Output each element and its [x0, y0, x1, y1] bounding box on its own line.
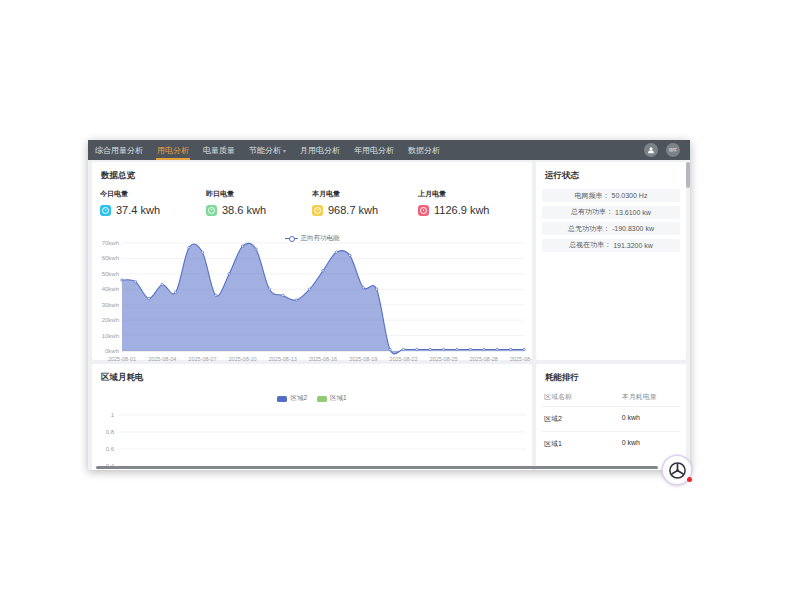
stat-value: 968.7 kwh — [328, 204, 378, 216]
logo-badge-label: 物联 — [669, 148, 677, 152]
region-chart-svg: 10.80.60.40.20 — [92, 408, 532, 470]
ranking-title: 耗能排行 — [545, 372, 579, 384]
status-row: 总有功功率：13.6100 kw — [542, 206, 680, 219]
status-label: 总有功功率： — [571, 207, 613, 217]
ranking-row: 区域20 kwh — [542, 406, 680, 431]
stat-value: 37.4 kwh — [116, 204, 160, 216]
svg-text:2025-08-04: 2025-08-04 — [148, 356, 176, 362]
user-icon — [647, 146, 655, 154]
chevron-down-icon: ▾ — [283, 147, 286, 154]
region-legend-item[interactable]: 区域1 — [317, 394, 347, 403]
running-status-card: 运行状态 电网频率：50.0300 Hz总有功功率：13.6100 kw总无功功… — [536, 162, 686, 360]
region-month-card: 区域月耗电 区域2区域1 10.80.60.40.20 — [92, 364, 532, 470]
ranking-col-name: 区域名称 — [544, 392, 622, 402]
notification-dot — [687, 477, 692, 482]
stat-value-row: 1126.9 kwh — [418, 204, 489, 216]
svg-text:2025-08-28: 2025-08-28 — [470, 356, 498, 362]
stat-label: 上月电量 — [418, 189, 489, 199]
svg-text:2025-08-22: 2025-08-22 — [389, 356, 417, 362]
status-value: 191.3200 kw — [613, 242, 653, 249]
nav-tab[interactable]: 电量质量 — [196, 140, 242, 160]
vertical-scrollbar-thumb[interactable] — [686, 162, 690, 188]
nav-tab-label: 年用电分析 — [354, 145, 394, 156]
meter-ring — [208, 207, 215, 214]
svg-text:70kwh: 70kwh — [102, 240, 119, 246]
svg-text:2025-08-16: 2025-08-16 — [309, 356, 337, 362]
status-label: 总无功功率： — [568, 224, 610, 234]
nav-tab-label: 用电分析 — [157, 145, 189, 156]
stat-card: 上月电量1126.9 kwh — [418, 189, 489, 216]
nav-tab[interactable]: 年用电分析 — [347, 140, 401, 160]
nav-tab-label: 数据分析 — [408, 145, 440, 156]
data-overview-card: 数据总览 今日电量37.4 kwh昨日电量38.6 kwh本月电量968.7 k… — [92, 162, 532, 360]
svg-text:2025-08-01: 2025-08-01 — [108, 356, 136, 362]
stat-label: 本月电量 — [312, 189, 418, 199]
svg-text:40kwh: 40kwh — [102, 286, 119, 292]
stat-value-row: 968.7 kwh — [312, 204, 418, 216]
running-status-title: 运行状态 — [545, 170, 579, 182]
svg-text:2025-08-07: 2025-08-07 — [188, 356, 216, 362]
status-label: 总视在功率： — [569, 240, 611, 250]
meter-ring — [314, 207, 321, 214]
meter-ring — [420, 207, 427, 214]
ranking-row-name: 区域2 — [544, 414, 622, 424]
assistant-float-button[interactable] — [663, 456, 691, 484]
svg-text:2025-08-25: 2025-08-25 — [430, 356, 458, 362]
meter-icon — [312, 205, 323, 216]
stat-label: 今日电量 — [100, 189, 206, 199]
nav-tab[interactable]: 节能分析▾ — [242, 140, 293, 160]
svg-text:60kwh: 60kwh — [102, 255, 119, 261]
svg-text:0kwh: 0kwh — [105, 348, 119, 354]
region-legend-item[interactable]: 区域2 — [277, 394, 307, 403]
stat-card: 本月电量968.7 kwh — [312, 189, 418, 216]
status-row: 电网频率：50.0300 Hz — [542, 189, 680, 202]
meter-icon — [100, 205, 111, 216]
status-row: 总视在功率：191.3200 kw — [542, 239, 680, 252]
status-label: 电网频率： — [575, 191, 610, 201]
top-navbar: 综合用量分析用电分析电量质量节能分析▾月用电分析年用电分析数据分析 物联 — [88, 140, 690, 160]
svg-text:20kwh: 20kwh — [102, 317, 119, 323]
user-avatar-button[interactable] — [644, 143, 658, 157]
nav-tab[interactable]: 数据分析 — [401, 140, 447, 160]
region-legend-label: 区域1 — [330, 394, 347, 403]
svg-text:2025-08-31: 2025-08-31 — [510, 356, 532, 362]
stat-value-row: 37.4 kwh — [100, 204, 206, 216]
app-window: 综合用量分析用电分析电量质量节能分析▾月用电分析年用电分析数据分析 物联 数据总… — [88, 140, 690, 470]
status-value: 50.0300 Hz — [612, 192, 648, 199]
propeller-logo-icon — [668, 461, 687, 480]
ranking-table: 区域名称 本月耗电量 区域20 kwh区域10 kwh — [542, 388, 680, 456]
logo-badge-button[interactable]: 物联 — [666, 143, 680, 157]
stat-label: 昨日电量 — [206, 189, 312, 199]
status-row: 总无功功率：-190.8300 kw — [542, 222, 680, 235]
nav-tab-label: 综合用量分析 — [95, 145, 143, 156]
stat-card: 今日电量37.4 kwh — [100, 189, 206, 216]
ranking-col-value: 本月耗电量 — [622, 392, 678, 402]
ranking-row-name: 区域1 — [544, 439, 622, 449]
meter-ring — [102, 207, 109, 214]
svg-text:2025-08-10: 2025-08-10 — [229, 356, 257, 362]
ranking-rows: 区域20 kwh区域10 kwh — [542, 406, 680, 456]
svg-text:1: 1 — [111, 412, 115, 418]
nav-tab-label: 电量质量 — [203, 145, 235, 156]
svg-text:50kwh: 50kwh — [102, 271, 119, 277]
status-rows: 电网频率：50.0300 Hz总有功功率：13.6100 kw总无功功率：-19… — [542, 189, 680, 255]
nav-tab[interactable]: 月用电分析 — [293, 140, 347, 160]
stat-cards: 今日电量37.4 kwh昨日电量38.6 kwh本月电量968.7 kwh上月电… — [100, 189, 528, 216]
main-chart-svg: 0kwh10kwh20kwh30kwh40kwh50kwh60kwh70kwh2… — [92, 240, 532, 364]
stat-value: 38.6 kwh — [222, 204, 266, 216]
stat-value-row: 38.6 kwh — [206, 204, 312, 216]
region-legend-label: 区域2 — [290, 394, 307, 403]
svg-text:2025-08-13: 2025-08-13 — [269, 356, 297, 362]
vertical-scrollbar[interactable] — [686, 160, 690, 470]
nav-tab-label: 月用电分析 — [300, 145, 340, 156]
svg-text:0.6: 0.6 — [106, 446, 115, 452]
nav-right-actions: 物联 — [644, 140, 690, 160]
status-value: -190.8300 kw — [612, 225, 654, 232]
energy-ranking-card: 耗能排行 区域名称 本月耗电量 区域20 kwh区域10 kwh — [536, 364, 686, 470]
nav-tab[interactable]: 综合用量分析 — [88, 140, 150, 160]
nav-tab[interactable]: 用电分析 — [150, 140, 196, 160]
ranking-row-value: 0 kwh — [622, 439, 678, 449]
svg-text:2025-08-19: 2025-08-19 — [349, 356, 377, 362]
meter-icon — [418, 205, 429, 216]
horizontal-scrollbar-thumb[interactable] — [96, 466, 658, 469]
